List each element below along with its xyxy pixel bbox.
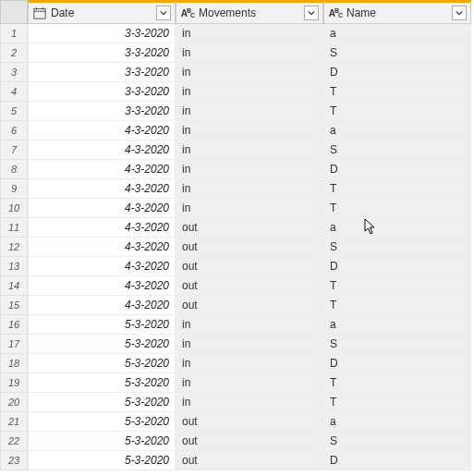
cell-date[interactable]: 3-3-2020 xyxy=(28,63,176,82)
cell-date[interactable]: 4-3-2020 xyxy=(28,257,176,276)
row-number[interactable]: 2 xyxy=(0,43,28,63)
cell-movements[interactable]: out xyxy=(176,451,323,470)
cell-date[interactable]: 4-3-2020 xyxy=(28,218,176,238)
row-number[interactable]: 11 xyxy=(0,218,28,238)
row-number[interactable]: 17 xyxy=(0,335,28,354)
cell-movements[interactable]: in xyxy=(176,43,323,63)
cell-date[interactable]: 5-3-2020 xyxy=(28,432,176,451)
row-number[interactable]: 16 xyxy=(0,315,28,335)
column-label: Name xyxy=(346,6,448,19)
row-number[interactable]: 12 xyxy=(0,238,28,257)
filter-dropdown-movements[interactable] xyxy=(304,6,319,20)
filter-dropdown-date[interactable] xyxy=(156,6,171,20)
cell-movements[interactable]: out xyxy=(176,218,323,238)
cell-name[interactable]: T xyxy=(323,199,471,218)
cell-movements[interactable]: out xyxy=(176,257,323,276)
cell-name[interactable]: T xyxy=(323,276,471,296)
cell-movements[interactable]: in xyxy=(176,160,323,179)
row-number[interactable]: 23 xyxy=(0,451,28,470)
cell-name[interactable]: S xyxy=(323,432,471,451)
cell-date[interactable]: 3-3-2020 xyxy=(28,24,176,43)
row-number[interactable]: 15 xyxy=(0,296,28,315)
row-number[interactable]: 8 xyxy=(0,160,28,179)
select-all-corner[interactable] xyxy=(0,0,28,24)
cell-movements[interactable]: in xyxy=(176,102,323,121)
cell-date[interactable]: 4-3-2020 xyxy=(28,121,176,140)
row-number[interactable]: 5 xyxy=(0,102,28,121)
cell-movements[interactable]: in xyxy=(176,121,323,140)
cell-movements[interactable]: in xyxy=(176,24,323,43)
filter-dropdown-name[interactable] xyxy=(452,6,467,20)
row-number[interactable]: 18 xyxy=(0,354,28,373)
cell-name[interactable]: D xyxy=(323,451,471,470)
cell-name[interactable]: a xyxy=(323,315,471,335)
cell-date[interactable]: 4-3-2020 xyxy=(28,276,176,296)
cell-date[interactable]: 5-3-2020 xyxy=(28,373,176,393)
cell-name[interactable]: T xyxy=(323,393,471,412)
cell-movements[interactable]: out xyxy=(176,238,323,257)
cell-date[interactable]: 5-3-2020 xyxy=(28,451,176,470)
cell-date[interactable]: 4-3-2020 xyxy=(28,199,176,218)
cell-name[interactable]: S xyxy=(323,140,471,160)
cell-name[interactable]: D xyxy=(323,63,471,82)
cell-name[interactable]: T xyxy=(323,296,471,315)
cell-name[interactable]: S xyxy=(323,335,471,354)
column-header-name[interactable]: ABC Name xyxy=(323,0,471,24)
row-number[interactable]: 7 xyxy=(0,140,28,160)
cell-date[interactable]: 5-3-2020 xyxy=(28,315,176,335)
cell-movements[interactable]: in xyxy=(176,199,323,218)
cell-date[interactable]: 4-3-2020 xyxy=(28,238,176,257)
cell-name[interactable]: S xyxy=(323,238,471,257)
row-number[interactable]: 21 xyxy=(0,412,28,432)
cell-name[interactable]: a xyxy=(323,412,471,432)
cell-movements[interactable]: in xyxy=(176,82,323,102)
cell-date[interactable]: 4-3-2020 xyxy=(28,140,176,160)
cell-name[interactable]: D xyxy=(323,354,471,373)
column-header-date[interactable]: Date xyxy=(28,0,176,24)
row-number[interactable]: 6 xyxy=(0,121,28,140)
cell-date[interactable]: 3-3-2020 xyxy=(28,82,176,102)
cell-movements[interactable]: in xyxy=(176,354,323,373)
row-number[interactable]: 3 xyxy=(0,63,28,82)
cell-date[interactable]: 5-3-2020 xyxy=(28,393,176,412)
cell-movements[interactable]: out xyxy=(176,296,323,315)
cell-movements[interactable]: in xyxy=(176,140,323,160)
cell-movements[interactable]: out xyxy=(176,276,323,296)
cell-date[interactable]: 4-3-2020 xyxy=(28,179,176,199)
row-number[interactable]: 9 xyxy=(0,179,28,199)
row-number[interactable]: 22 xyxy=(0,432,28,451)
cell-date[interactable]: 4-3-2020 xyxy=(28,160,176,179)
cell-movements[interactable]: in xyxy=(176,393,323,412)
row-number[interactable]: 1 xyxy=(0,24,28,43)
cell-name[interactable]: a xyxy=(323,218,471,238)
cell-name[interactable]: D xyxy=(323,257,471,276)
cell-name[interactable]: T xyxy=(323,373,471,393)
row-number[interactable]: 10 xyxy=(0,199,28,218)
cell-name[interactable]: T xyxy=(323,179,471,199)
cell-date[interactable]: 3-3-2020 xyxy=(28,43,176,63)
cell-date[interactable]: 5-3-2020 xyxy=(28,354,176,373)
cell-name[interactable]: a xyxy=(323,24,471,43)
row-number[interactable]: 20 xyxy=(0,393,28,412)
cell-date[interactable]: 5-3-2020 xyxy=(28,412,176,432)
cell-name[interactable]: S xyxy=(323,43,471,63)
cell-movements[interactable]: in xyxy=(176,335,323,354)
cell-movements[interactable]: out xyxy=(176,412,323,432)
row-number[interactable]: 4 xyxy=(0,82,28,102)
cell-movements[interactable]: out xyxy=(176,432,323,451)
cell-movements[interactable]: in xyxy=(176,179,323,199)
cell-name[interactable]: T xyxy=(323,102,471,121)
cell-movements[interactable]: in xyxy=(176,63,323,82)
cell-movements[interactable]: in xyxy=(176,315,323,335)
column-header-movements[interactable]: ABC Movements xyxy=(176,0,323,24)
cell-date[interactable]: 3-3-2020 xyxy=(28,102,176,121)
row-number[interactable]: 13 xyxy=(0,257,28,276)
row-number[interactable]: 14 xyxy=(0,276,28,296)
cell-date[interactable]: 4-3-2020 xyxy=(28,296,176,315)
cell-name[interactable]: T xyxy=(323,82,471,102)
cell-date[interactable]: 5-3-2020 xyxy=(28,335,176,354)
cell-movements[interactable]: in xyxy=(176,373,323,393)
row-number[interactable]: 19 xyxy=(0,373,28,393)
cell-name[interactable]: a xyxy=(323,121,471,140)
cell-name[interactable]: D xyxy=(323,160,471,179)
